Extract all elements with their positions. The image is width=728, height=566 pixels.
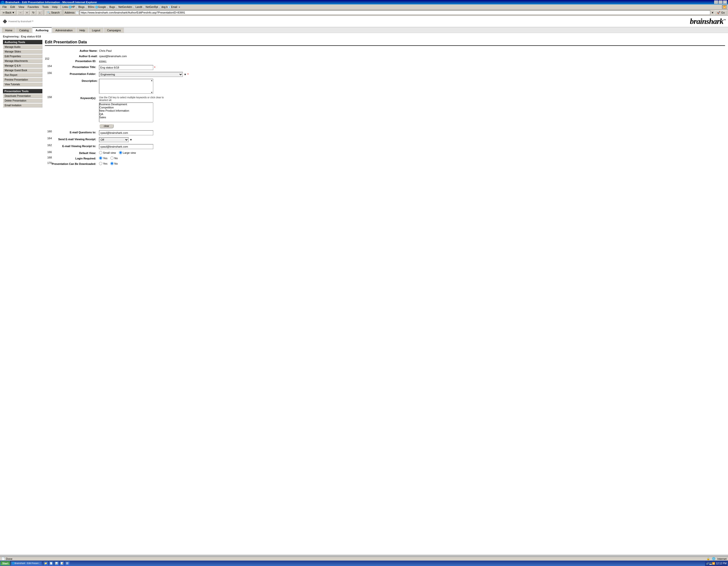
restore-button[interactable]: □ bbox=[719, 0, 723, 4]
presentation-folder-select[interactable]: Engineering bbox=[99, 72, 183, 77]
login-yes-radio[interactable] bbox=[99, 156, 102, 160]
menu-view[interactable]: View bbox=[17, 5, 26, 9]
bookmark-bsinc[interactable]: 📰BSInc bbox=[85, 6, 95, 8]
nav-home[interactable]: Home bbox=[2, 28, 16, 33]
network-icon: 📶 bbox=[722, 5, 727, 9]
nav-logout[interactable]: Logout bbox=[89, 28, 103, 33]
small-view-label[interactable]: Small view bbox=[99, 151, 116, 154]
download-no-label[interactable]: No bbox=[110, 162, 118, 165]
description-label: Description: bbox=[45, 79, 99, 82]
menu-file[interactable]: File bbox=[1, 5, 8, 9]
menu-favorites[interactable]: Favorites bbox=[26, 5, 40, 9]
sidebar-manage-attachments[interactable]: Manage Attachments bbox=[3, 59, 42, 63]
sidebar-preview[interactable]: Preview Presentation bbox=[3, 78, 42, 82]
download-no-radio[interactable] bbox=[110, 162, 114, 165]
forward-button[interactable]: → bbox=[17, 10, 23, 15]
bookmark-google[interactable]: 🌐Google bbox=[95, 6, 106, 8]
annotation-160: 160 bbox=[47, 130, 52, 133]
nav-help[interactable]: Help bbox=[76, 28, 88, 33]
keyword-competition[interactable]: Competition bbox=[99, 106, 153, 109]
nav-campaigns[interactable]: Campaigns bbox=[104, 28, 124, 33]
clear-button[interactable]: clear bbox=[99, 124, 114, 128]
bookmark-netgenrpt[interactable]: 📰NetGenRpt bbox=[143, 6, 158, 8]
keyword-new-product[interactable]: New Product Information bbox=[99, 109, 153, 112]
bookmark-blogs[interactable]: 📰Blogs bbox=[75, 6, 85, 8]
sidebar-email-invitation[interactable]: Email Invitation bbox=[3, 103, 42, 107]
brainshark-logo: brainshark™ bbox=[690, 17, 726, 26]
address-input[interactable] bbox=[80, 10, 711, 15]
download-yes-radio[interactable] bbox=[99, 162, 102, 165]
nav-catalog[interactable]: Catalog bbox=[16, 28, 32, 33]
login-no-radio[interactable] bbox=[110, 156, 114, 160]
send-receipt-select[interactable]: Off On bbox=[99, 137, 129, 142]
small-view-radio[interactable] bbox=[99, 151, 102, 154]
sidebar-edit-properties[interactable]: Edit Properties bbox=[3, 54, 42, 58]
sidebar-manage-qa[interactable]: Manage Q & A bbox=[3, 64, 42, 68]
sidebar-deactivate[interactable]: Deactivate Presentation bbox=[3, 94, 42, 98]
email-receipt-label: E-mail Viewing Receipt to: bbox=[62, 144, 98, 148]
bookmark-netgenadm[interactable]: 📰NetGenAdm bbox=[116, 6, 132, 8]
page-icon: 📄 bbox=[76, 11, 79, 14]
scroll-up-arrow[interactable]: ▲ bbox=[151, 79, 153, 82]
minimize-button[interactable]: _ bbox=[714, 0, 718, 4]
sidebar-manage-slides[interactable]: Manage Slides bbox=[3, 50, 42, 54]
folder-dropdown-icon[interactable]: ▼ bbox=[184, 73, 186, 76]
login-no-label[interactable]: No bbox=[110, 156, 118, 160]
stop-button[interactable]: × bbox=[24, 10, 29, 15]
annotation-152: 152 bbox=[45, 57, 49, 60]
go-button[interactable]: 🚀 Go bbox=[715, 11, 727, 15]
nav-authoring[interactable]: Authoring bbox=[32, 27, 52, 33]
login-yes-label[interactable]: Yes bbox=[99, 156, 107, 160]
keywords-hint: Use the Ctrl key to select multiple keyw… bbox=[99, 96, 173, 102]
annotation-168: 168 bbox=[47, 156, 52, 159]
can-download-row: 170 Presentation Can Be Downloaded: Yes … bbox=[45, 162, 725, 165]
window-controls[interactable]: _ □ × bbox=[714, 0, 727, 4]
keyword-business-dev[interactable]: Business Development bbox=[99, 103, 153, 106]
login-required-group: Yes No bbox=[99, 156, 118, 160]
sidebar-manage-audio[interactable]: Manage Audio bbox=[3, 45, 42, 49]
window-title: Brainshark - Edit Presentation Informati… bbox=[5, 1, 97, 4]
browser-icon: 🌐 bbox=[1, 1, 4, 4]
large-view-label[interactable]: Large view bbox=[119, 151, 136, 154]
annotation-156: 156 bbox=[47, 71, 52, 74]
sidebar-view-tutorials[interactable]: View Tutorials bbox=[3, 82, 42, 86]
refresh-button[interactable]: ↻ bbox=[31, 10, 36, 15]
presentation-title-label: Presentation Title: bbox=[72, 65, 98, 69]
bookmark-hp[interactable]: 🌐HP bbox=[68, 6, 75, 8]
receipt-dropdown-icon[interactable]: ▼ bbox=[130, 138, 132, 141]
sidebar-delete[interactable]: Delete Presentation bbox=[3, 99, 42, 103]
keywords-label: Keyword(s): bbox=[80, 96, 98, 100]
keyword-sales[interactable]: Sales bbox=[99, 116, 153, 119]
bookmark-bugs[interactable]: 📰Bugs bbox=[106, 6, 115, 8]
large-view-radio[interactable] bbox=[119, 151, 122, 154]
download-yes-label[interactable]: Yes bbox=[99, 162, 107, 165]
close-button[interactable]: × bbox=[723, 0, 727, 4]
scroll-down-arrow[interactable]: ▼ bbox=[151, 91, 153, 94]
can-download-label: Presentation Can Be Downloaded: bbox=[52, 162, 98, 165]
nav-administration[interactable]: Administration bbox=[52, 28, 76, 33]
keyword-qa[interactable]: QA bbox=[99, 113, 153, 116]
annotation-164: 164 bbox=[47, 137, 52, 140]
back-button[interactable]: ⇐ Back ▼ bbox=[1, 10, 16, 15]
home-button[interactable]: ⌂ bbox=[37, 10, 42, 15]
menu-edit[interactable]: Edit bbox=[9, 5, 17, 9]
bookmark-dogb[interactable]: 📰dog b bbox=[158, 6, 168, 8]
sidebar-run-report[interactable]: Run Report bbox=[3, 73, 42, 77]
presentation-title-input[interactable] bbox=[99, 65, 153, 70]
annotation-158: 158 bbox=[47, 96, 52, 99]
more-links[interactable]: » bbox=[179, 6, 180, 8]
annotation-162: 162 bbox=[47, 144, 52, 147]
logo-icon bbox=[2, 19, 7, 24]
dropdown-arrow-icon[interactable]: ▼ bbox=[711, 11, 714, 14]
search-button[interactable]: 🔍 Search bbox=[45, 10, 61, 15]
bookmark-landti[interactable]: 📰Landti bbox=[133, 6, 142, 8]
menu-bar: File Edit View Favorites Tools Help Link… bbox=[0, 4, 728, 10]
bookmark-email[interactable]: 📧Email bbox=[168, 6, 177, 8]
email-questions-input[interactable] bbox=[99, 130, 153, 135]
email-receipt-input[interactable] bbox=[99, 144, 153, 149]
menu-tools[interactable]: Tools bbox=[41, 5, 50, 9]
keywords-listbox[interactable]: Business Development Competition New Pro… bbox=[99, 103, 153, 122]
sidebar-manage-guestbook[interactable]: Manage Guest Book bbox=[3, 68, 42, 72]
menu-help[interactable]: Help bbox=[51, 5, 59, 9]
description-textarea[interactable] bbox=[99, 79, 153, 94]
